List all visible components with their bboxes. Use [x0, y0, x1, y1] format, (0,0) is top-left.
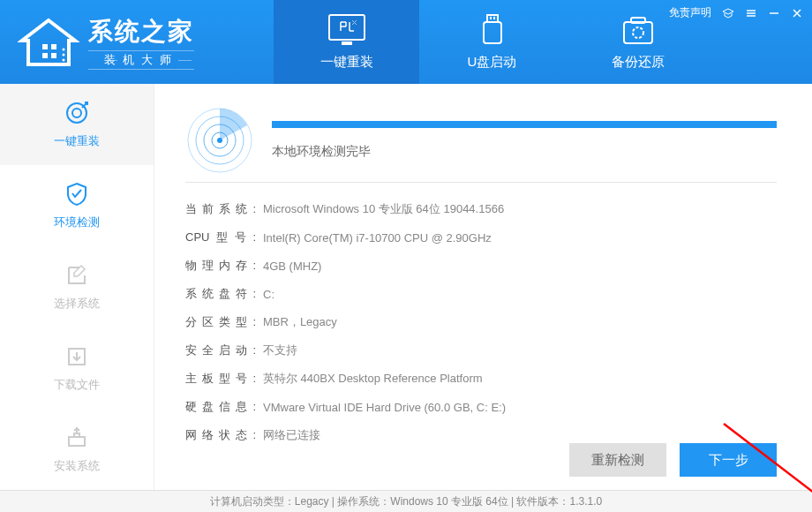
info-row: 系统盘符:C:: [185, 280, 777, 308]
svg-point-22: [217, 138, 222, 143]
info-row: 分区类型:MBR，Legacy: [185, 308, 777, 336]
svg-rect-10: [484, 22, 501, 43]
divider: [185, 182, 777, 183]
svg-rect-7: [329, 15, 365, 40]
progress-bar: [272, 121, 777, 128]
svg-rect-0: [42, 44, 48, 49]
house-logo-icon: [18, 16, 79, 69]
usb-icon: [473, 13, 512, 47]
info-row: 安全启动:不支持: [185, 336, 777, 365]
status-bar: 计算机启动类型：Legacy | 操作系统：Windows 10 专业版 64位…: [0, 490, 812, 512]
detect-header: 本地环境检测完毕: [185, 106, 777, 175]
header: 系统之家 装机大师 一键重装: [0, 0, 812, 84]
info-row: 硬盘信息:VMware Virtual IDE Hard Drive (60.0…: [185, 393, 777, 421]
svg-rect-13: [624, 22, 652, 43]
svg-rect-1: [51, 44, 56, 49]
system-info-list: 当前系统:Microsoft Windows 10 专业版 64位 19044.…: [185, 195, 777, 449]
svg-point-17: [72, 109, 81, 117]
camera-icon: [619, 13, 658, 47]
svg-rect-2: [42, 53, 48, 58]
svg-rect-3: [51, 53, 56, 58]
svg-point-4: [63, 48, 65, 50]
radar-icon: [185, 106, 254, 175]
tab-label: 一键重装: [320, 54, 373, 71]
sidebar-label: 安装系统: [54, 458, 100, 474]
sidebar-label: 一键重装: [54, 133, 100, 149]
menu-icon[interactable]: [745, 7, 757, 19]
tab-label: 备份还原: [612, 54, 665, 71]
download-icon: [64, 343, 90, 370]
svg-rect-14: [631, 18, 645, 23]
body: 一键重装 环境检测 选择系统 下载文件 安装系统: [0, 84, 812, 490]
app-subtitle: 装机大师: [88, 50, 194, 70]
info-row: 当前系统:Microsoft Windows 10 专业版 64位 19044.…: [185, 195, 777, 223]
sidebar-label: 环境检测: [54, 215, 100, 230]
graduation-icon[interactable]: [722, 7, 734, 19]
svg-rect-9: [487, 15, 498, 22]
app-title: 系统之家: [88, 15, 194, 49]
info-row: CPU型号:Intel(R) Core(TM) i7-10700 CPU @ 2…: [185, 223, 777, 252]
sidebar: 一键重装 环境检测 选择系统 下载文件 安装系统: [0, 84, 154, 490]
svg-rect-12: [493, 17, 495, 19]
window-controls: 免责声明: [669, 5, 803, 20]
action-buttons: 重新检测 下一步: [569, 443, 777, 477]
footer-text: 计算机启动类型：Legacy | 操作系统：Windows 10 专业版 64位…: [210, 494, 602, 509]
svg-rect-11: [490, 17, 492, 19]
tab-usb-boot[interactable]: U盘启动: [419, 0, 565, 84]
tab-label: U盘启动: [468, 54, 517, 71]
main-panel: 本地环境检测完毕 当前系统:Microsoft Windows 10 专业版 6…: [154, 84, 812, 490]
app-window: 系统之家 装机大师 一键重装: [0, 0, 812, 512]
sidebar-item-reinstall[interactable]: 一键重装: [0, 84, 154, 165]
svg-rect-8: [342, 41, 352, 45]
tab-reinstall[interactable]: 一键重装: [274, 0, 419, 84]
monitor-icon: [327, 13, 366, 47]
sidebar-item-env-check[interactable]: 环境检测: [0, 165, 154, 246]
sidebar-item-download[interactable]: 下载文件: [0, 328, 154, 409]
svg-point-6: [63, 58, 65, 61]
detect-status-text: 本地环境检测完毕: [272, 144, 777, 160]
svg-point-15: [633, 27, 643, 38]
info-row: 主板型号:英特尔 440BX Desktop Reference Platfor…: [185, 365, 777, 393]
svg-point-5: [63, 53, 65, 56]
retry-detect-button[interactable]: 重新检测: [569, 443, 666, 477]
info-row: 物理内存:4GB (MHZ): [185, 252, 777, 280]
close-icon[interactable]: [791, 7, 803, 19]
logo-area: 系统之家 装机大师: [0, 0, 265, 84]
sidebar-item-select-system[interactable]: 选择系统: [0, 246, 154, 328]
sidebar-item-install[interactable]: 安装系统: [0, 409, 154, 490]
sidebar-label: 下载文件: [54, 377, 100, 393]
sidebar-label: 选择系统: [54, 296, 100, 312]
target-icon: [64, 100, 90, 126]
select-icon: [64, 262, 90, 289]
install-icon: [64, 425, 90, 451]
next-step-button[interactable]: 下一步: [680, 443, 777, 477]
shield-check-icon: [64, 181, 90, 207]
disclaimer-link[interactable]: 免责声明: [669, 5, 711, 20]
minimize-icon[interactable]: [768, 7, 780, 19]
